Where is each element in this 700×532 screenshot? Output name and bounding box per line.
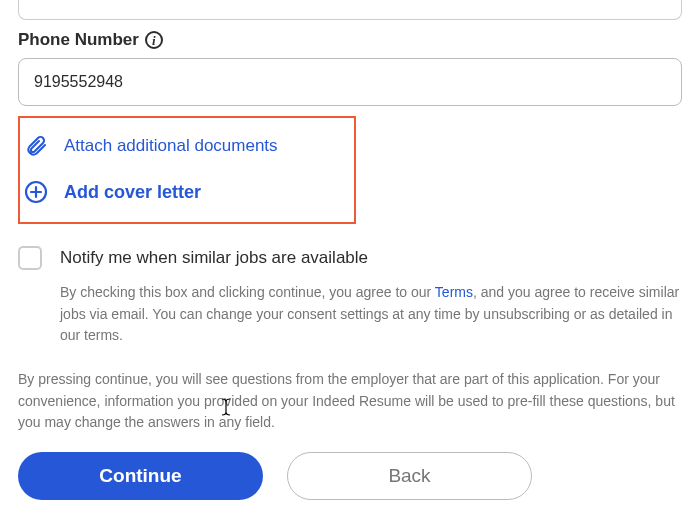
phone-label: Phone Number i <box>18 30 682 50</box>
attachments-highlight-box: Attach additional documents Add cover le… <box>18 116 356 224</box>
continue-button[interactable]: Continue <box>18 452 263 500</box>
notify-label: Notify me when similar jobs are availabl… <box>60 248 368 268</box>
continue-notice: By pressing continue, you will see quest… <box>18 369 682 434</box>
phone-label-text: Phone Number <box>18 30 139 50</box>
info-icon[interactable]: i <box>145 31 163 49</box>
button-row: Continue Back <box>18 452 682 506</box>
previous-input-field-partial[interactable] <box>18 0 682 20</box>
consent-before: By checking this box and clicking contin… <box>60 284 435 300</box>
phone-input[interactable] <box>18 58 682 106</box>
back-button[interactable]: Back <box>287 452 532 500</box>
notify-consent-text: By checking this box and clicking contin… <box>60 282 682 347</box>
plus-circle-icon <box>24 180 48 204</box>
notify-checkbox-row: Notify me when similar jobs are availabl… <box>18 246 682 270</box>
add-cover-letter-label: Add cover letter <box>64 182 201 203</box>
attach-documents-link[interactable]: Attach additional documents <box>20 128 354 164</box>
attach-documents-label: Attach additional documents <box>64 136 278 156</box>
add-cover-letter-link[interactable]: Add cover letter <box>20 174 354 210</box>
notify-checkbox[interactable] <box>18 246 42 270</box>
terms-link[interactable]: Terms <box>435 284 473 300</box>
paperclip-icon <box>24 134 48 158</box>
